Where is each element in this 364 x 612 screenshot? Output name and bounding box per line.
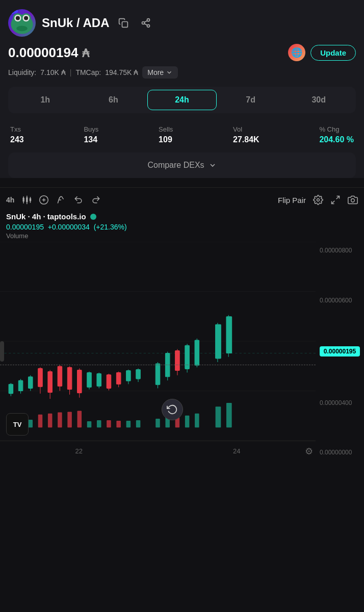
chart-volume-label: Volume	[6, 232, 358, 240]
buys-value: 134	[84, 135, 97, 144]
stat-sells: Sells 109	[159, 125, 173, 144]
svg-rect-20	[30, 198, 31, 201]
x-label-22: 22	[75, 447, 83, 455]
separator: |	[70, 68, 72, 76]
globe-icon[interactable]: 🌐	[288, 44, 305, 61]
tab-30d[interactable]: 30d	[284, 90, 353, 110]
vol-label: Vol	[233, 125, 242, 133]
liquidity-label: Liquidity:	[8, 68, 36, 76]
stat-vol: Vol 27.84K	[233, 125, 259, 144]
share-icon[interactable]	[138, 15, 154, 31]
update-button[interactable]: Update	[310, 45, 356, 61]
stat-pct-chg: % Chg 204.60 %	[319, 125, 354, 144]
svg-rect-57	[116, 373, 121, 385]
bottom-gear-icon[interactable]: ⚙	[305, 446, 313, 457]
buys-label: Buys	[84, 125, 98, 133]
stat-txs: Txs 243	[10, 125, 24, 144]
period-tabs: 1h 6h 24h 7d 30d	[8, 87, 356, 113]
chart-info: SnUk · 4h · taptools.io 0.00000195 +0.00…	[0, 209, 364, 242]
txs-label: Txs	[10, 125, 21, 133]
liquidity-row: Liquidity: 7.10K ₳ | TMCap: 194.75K ₳ Mo…	[8, 66, 356, 79]
svg-rect-9	[122, 22, 128, 28]
copy-icon[interactable]	[115, 15, 132, 31]
svg-rect-73	[216, 324, 221, 359]
svg-rect-88	[226, 403, 232, 427]
pct-chg-label: % Chg	[319, 125, 339, 133]
svg-rect-82	[136, 420, 141, 427]
tv-logo-text: TV	[13, 421, 22, 428]
vol-value: 27.84K	[233, 135, 259, 144]
redo-icon[interactable]	[91, 195, 101, 205]
svg-rect-69	[185, 345, 190, 369]
svg-rect-59	[126, 370, 131, 381]
svg-rect-94	[107, 420, 111, 427]
chart-y-axis: 0.00000800 0.00000600 0.00000195 0.00000…	[316, 242, 364, 461]
svg-rect-83	[155, 419, 160, 427]
function-icon[interactable]	[56, 195, 66, 205]
replay-button[interactable]	[162, 399, 183, 420]
svg-rect-75	[226, 317, 232, 353]
txs-value: 243	[10, 135, 24, 144]
svg-rect-61	[136, 369, 141, 378]
svg-point-6	[24, 16, 28, 20]
svg-line-25	[336, 196, 340, 199]
tab-24h[interactable]: 24h	[147, 90, 217, 110]
candlestick-chart	[0, 242, 316, 441]
svg-line-26	[332, 201, 335, 204]
svg-rect-93	[77, 411, 82, 428]
svg-point-8	[16, 26, 28, 31]
chart-title: SnUk · 4h · taptools.io	[6, 212, 358, 221]
stats-row: Txs 243 Buys 134 Sells 109 Vol 27.84K % …	[8, 121, 356, 152]
svg-line-14	[145, 20, 148, 22]
chart-section: 4h	[0, 187, 364, 461]
y-label-400: 0.00000400	[320, 399, 360, 406]
scroll-handle[interactable]	[0, 341, 4, 362]
token-logo	[8, 9, 36, 37]
expand-icon[interactable]	[330, 195, 341, 205]
add-indicator-icon[interactable]	[39, 195, 49, 205]
token-price: 0.00000194 ₳	[8, 45, 89, 61]
svg-point-12	[147, 24, 150, 27]
svg-rect-63	[155, 364, 160, 385]
svg-rect-35	[9, 384, 13, 393]
svg-point-11	[142, 22, 145, 24]
flip-pair-button[interactable]: Flip Pair	[278, 196, 306, 205]
svg-rect-16	[23, 198, 24, 202]
svg-rect-45	[58, 366, 62, 386]
svg-rect-90	[48, 414, 53, 428]
header-actions: 🌐 Update	[288, 44, 356, 61]
svg-rect-39	[28, 377, 33, 389]
svg-rect-43	[48, 372, 53, 393]
svg-rect-55	[107, 375, 111, 389]
svg-point-5	[16, 16, 20, 20]
svg-rect-47	[67, 367, 72, 389]
candlestick-icon[interactable]	[21, 195, 32, 205]
svg-rect-91	[58, 413, 62, 428]
settings-icon[interactable]	[313, 195, 323, 205]
tradingview-logo: TV	[6, 413, 29, 436]
price-line	[0, 365, 316, 365]
svg-rect-41	[38, 368, 43, 387]
x-label-24: 24	[233, 447, 240, 455]
price-row: 0.00000194 ₳ 🌐 Update	[8, 44, 356, 61]
undo-icon[interactable]	[73, 195, 84, 205]
tab-7d[interactable]: 7d	[217, 90, 285, 110]
svg-rect-51	[87, 373, 92, 388]
svg-rect-89	[38, 415, 43, 428]
svg-rect-81	[126, 421, 131, 427]
chart-price-change: 0.00000195 +0.00000034 (+21.36%)	[6, 223, 358, 231]
svg-point-24	[317, 199, 320, 201]
svg-rect-53	[97, 374, 101, 387]
tab-1h[interactable]: 1h	[11, 90, 80, 110]
camera-icon[interactable]	[348, 195, 358, 205]
svg-point-10	[147, 19, 150, 21]
more-button[interactable]: More	[142, 66, 178, 79]
y-label-000: 0.00000000	[320, 449, 360, 456]
svg-rect-78	[28, 420, 33, 427]
compare-dex-button[interactable]: Compare DEXs	[8, 152, 356, 178]
live-indicator	[90, 214, 96, 220]
chart-area: 0.00000800 0.00000600 0.00000195 0.00000…	[0, 242, 364, 461]
tab-6h[interactable]: 6h	[80, 90, 148, 110]
token-pair-name: SnUk / ADA	[42, 16, 109, 30]
timeframe-label[interactable]: 4h	[6, 196, 14, 204]
